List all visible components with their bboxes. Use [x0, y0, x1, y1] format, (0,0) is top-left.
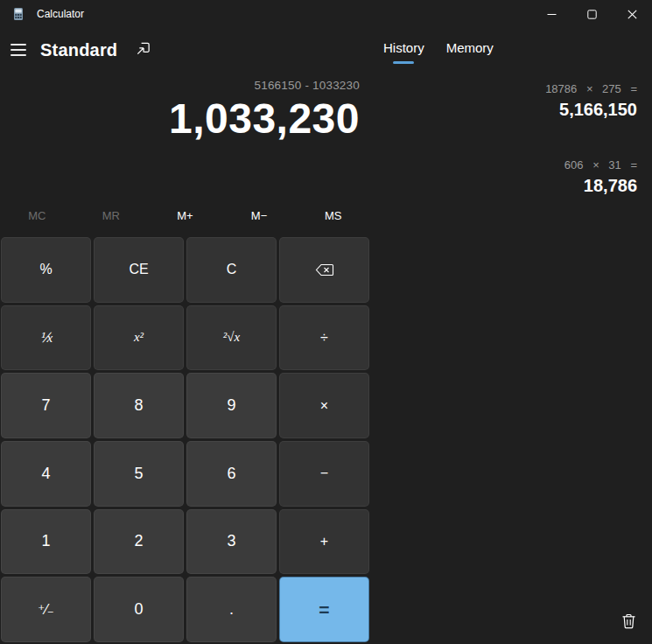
display-expression: 5166150 - 1033230	[0, 79, 360, 92]
tab-memory[interactable]: Memory	[445, 38, 494, 64]
key-subtract[interactable]: −	[279, 441, 369, 507]
display-result: 1,033,230	[0, 98, 360, 140]
key-zero[interactable]: 0	[94, 577, 184, 642]
tab-history-label: History	[383, 40, 424, 55]
keypad: %CEC⅟xx²²√x÷789×456−123+⁺⁄₋0.=	[1, 237, 369, 642]
minimize-icon	[547, 10, 557, 19]
key-multiply[interactable]: ×	[279, 373, 369, 438]
history-item[interactable]: 606 × 31 =18,786	[376, 150, 652, 206]
app-title: Calculator	[37, 8, 84, 20]
history-item[interactable]: 18786 × 275 =5,166,150	[376, 74, 652, 130]
keep-on-top-icon	[135, 40, 151, 60]
maximize-button[interactable]	[571, 0, 612, 28]
display-area: 5166150 - 1033230 1,033,230	[0, 79, 360, 140]
history-list: 18786 × 275 =5,166,150606 × 31 =18,786	[376, 74, 652, 226]
keep-on-top-button[interactable]	[132, 39, 153, 60]
history-expression: 606 × 31 =	[387, 158, 637, 172]
key-percent[interactable]: %	[1, 237, 91, 303]
key-square[interactable]: x²	[94, 305, 184, 371]
maximize-icon	[587, 10, 597, 19]
key-eight[interactable]: 8	[94, 373, 184, 438]
key-two[interactable]: 2	[94, 509, 184, 575]
key-equals[interactable]: =	[279, 577, 369, 642]
key-five[interactable]: 5	[94, 441, 184, 507]
mode-title: Standard	[40, 40, 117, 60]
key-seven[interactable]: 7	[1, 373, 91, 438]
backspace-icon	[315, 263, 334, 276]
key-decimal[interactable]: .	[186, 577, 277, 642]
history-result: 18,786	[387, 176, 637, 196]
clear-history-button[interactable]	[617, 611, 640, 634]
key-square-root[interactable]: ²√x	[186, 305, 277, 371]
memory-add-button[interactable]: M+	[148, 199, 222, 233]
memory-row: MCMRM+M−MS	[0, 199, 370, 233]
close-button[interactable]	[612, 0, 652, 28]
key-clear[interactable]: C	[186, 237, 277, 303]
key-nine[interactable]: 9	[186, 373, 277, 438]
minimize-button[interactable]	[531, 0, 571, 28]
window-controls	[531, 0, 652, 28]
key-backspace[interactable]	[279, 237, 369, 303]
close-icon	[627, 10, 637, 19]
key-add[interactable]: +	[279, 509, 369, 575]
memory-store-button[interactable]: MS	[296, 199, 370, 233]
key-negate[interactable]: ⁺⁄₋	[1, 577, 91, 642]
tab-history[interactable]: History	[382, 38, 425, 64]
history-memory-tabs: History Memory	[382, 38, 494, 64]
key-six[interactable]: 6	[186, 441, 277, 507]
memory-subtract-button[interactable]: M−	[222, 199, 297, 233]
history-result: 5,166,150	[387, 100, 637, 120]
calculator-window: Calculator Standard	[0, 0, 652, 644]
memory-clear-button[interactable]: MC	[0, 199, 74, 233]
key-clear-entry[interactable]: CE	[94, 237, 184, 303]
hamburger-icon[interactable]	[11, 40, 30, 60]
history-expression: 18786 × 275 =	[387, 82, 637, 95]
nav-row: Standard	[0, 36, 370, 64]
key-four[interactable]: 4	[1, 441, 91, 507]
trash-icon	[621, 613, 636, 632]
key-divide[interactable]: ÷	[279, 305, 369, 371]
key-one[interactable]: 1	[1, 509, 91, 575]
memory-recall-button[interactable]: MR	[74, 199, 149, 233]
key-three[interactable]: 3	[186, 509, 277, 575]
active-tab-underline	[393, 61, 414, 64]
tab-memory-label: Memory	[446, 40, 494, 55]
titlebar: Calculator	[0, 0, 652, 28]
key-reciprocal[interactable]: ⅟x	[1, 305, 91, 371]
calculator-icon	[11, 7, 25, 21]
